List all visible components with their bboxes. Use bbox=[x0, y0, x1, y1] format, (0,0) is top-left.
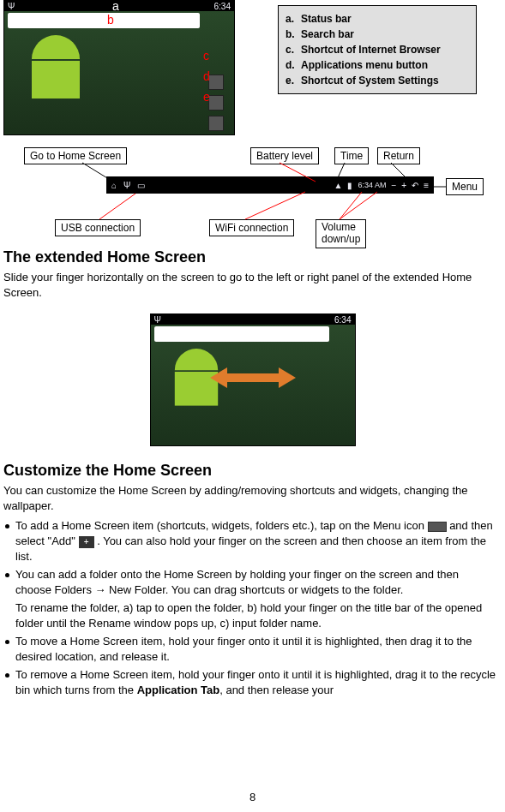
legend-text: Applications menu button bbox=[301, 59, 428, 71]
legend-key: b. bbox=[286, 27, 301, 42]
add-icon-inline: + bbox=[79, 536, 94, 548]
menu-icon-inline bbox=[428, 522, 447, 532]
legend-key: e. bbox=[286, 73, 301, 88]
sd-icon: ▭ bbox=[137, 181, 145, 190]
apps-menu-icon bbox=[208, 95, 224, 110]
legend-box: a.Status bar b.Search bar c.Shortcut of … bbox=[278, 5, 477, 94]
wifi-icon: ▲ bbox=[334, 181, 343, 190]
legend-text: Shortcut of Internet Browser bbox=[301, 44, 441, 56]
usb-icon: Ψ bbox=[154, 315, 161, 325]
legend-key: c. bbox=[286, 42, 301, 57]
homescreen-preview-area: Ψ 6:34 a b c d e bbox=[0, 0, 240, 135]
paragraph-customize: You can customize the Home Screen by add… bbox=[3, 483, 498, 513]
label-return: Return bbox=[377, 147, 420, 164]
search-bar-mini bbox=[8, 13, 200, 28]
search-bar-mini-2 bbox=[154, 326, 329, 342]
label-a: a bbox=[112, 0, 119, 13]
label-wifi: WiFi connection bbox=[209, 219, 294, 236]
heading-customize: Customize the Home Screen bbox=[3, 462, 505, 480]
label-battery: Battery level bbox=[250, 147, 319, 164]
label-e: e bbox=[203, 90, 210, 104]
browser-shortcut-icon bbox=[208, 75, 224, 90]
legend-text: Search bar bbox=[301, 28, 354, 40]
svg-line-6 bbox=[245, 192, 305, 219]
usb-icon: Ψ bbox=[8, 2, 15, 11]
customize-bullets-2: To move a Home Screen item, hold your fi… bbox=[3, 634, 496, 698]
label-volume: Volume down/up bbox=[316, 219, 366, 248]
bullet-text: , and then release your bbox=[219, 684, 334, 696]
bullet-add-folder: You can add a folder onto the Home Scree… bbox=[3, 567, 496, 598]
svg-marker-9 bbox=[210, 367, 296, 388]
status-bar-mini: Ψ 6:34 bbox=[4, 1, 234, 11]
clock-icon: 6:34 bbox=[334, 315, 351, 325]
homescreen-preview-2: Ψ 6:34 bbox=[150, 313, 356, 446]
paragraph-extended: Slide your finger horizontally on the sc… bbox=[3, 270, 498, 300]
bullet-remove-item: To remove a Home Screen item, hold your … bbox=[3, 667, 496, 698]
android-head-icon bbox=[32, 35, 80, 59]
label-time: Time bbox=[334, 147, 369, 164]
legend-area: a.Status bar b.Search bar c.Shortcut of … bbox=[240, 0, 505, 135]
legend-text: Shortcut of System Settings bbox=[301, 75, 439, 87]
vol-up-icon: + bbox=[401, 181, 406, 190]
legend-row-d: d.Applications menu button bbox=[286, 57, 469, 73]
return-icon: ↶ bbox=[412, 181, 418, 190]
legend-key: d. bbox=[286, 57, 301, 73]
page-number: 8 bbox=[249, 791, 256, 803]
swipe-arrow-icon bbox=[210, 365, 296, 391]
home-icon: ⌂ bbox=[111, 181, 117, 190]
label-b: b bbox=[107, 13, 114, 27]
label-d: d bbox=[203, 69, 210, 83]
heading-extended: The extended Home Screen bbox=[3, 248, 505, 266]
label-c: c bbox=[203, 49, 209, 63]
customize-bullets: To add a Home Screen item (shortcuts, wi… bbox=[3, 518, 496, 598]
top-row: Ψ 6:34 a b c d e a.Status bar b.Search b… bbox=[0, 0, 505, 135]
bullet-text: You can add a folder onto the Home Scree… bbox=[15, 568, 459, 596]
status-bar-mini-2: Ψ 6:34 bbox=[151, 314, 355, 325]
legend-row-c: c.Shortcut of Internet Browser bbox=[286, 42, 469, 57]
bullet-move-item: To move a Home Screen item, hold your fi… bbox=[3, 634, 496, 665]
status-bar-full: ⌂ Ψ ▭ ▲ ▮ 6:34 AM − + ↶ ≡ bbox=[106, 176, 434, 194]
statusbar-diagram: Go to Home Screen Battery level Time Ret… bbox=[0, 140, 505, 243]
menu-icon: ≡ bbox=[424, 181, 429, 190]
legend-text: Status bar bbox=[301, 13, 352, 25]
dock-column bbox=[208, 75, 225, 131]
label-go-home: Go to Home Screen bbox=[24, 147, 127, 164]
battery-icon: ▮ bbox=[347, 181, 352, 190]
clock-icon: 6:34 bbox=[214, 2, 231, 11]
svg-line-8 bbox=[340, 192, 377, 219]
legend-row-a: a.Status bar bbox=[286, 11, 469, 27]
vol-down-icon: − bbox=[391, 181, 396, 190]
bullet-add-item: To add a Home Screen item (shortcuts, wi… bbox=[3, 518, 496, 564]
label-menu: Menu bbox=[446, 178, 484, 195]
android-body-icon bbox=[32, 61, 80, 99]
bullet-text: To move a Home Screen item, hold your fi… bbox=[15, 635, 472, 663]
legend-row-e: e.Shortcut of System Settings bbox=[286, 73, 469, 88]
bullet-text: To add a Home Screen item (shortcuts, wi… bbox=[15, 519, 428, 532]
usb-icon: Ψ bbox=[123, 181, 130, 190]
settings-shortcut-icon bbox=[208, 116, 224, 131]
android-figure bbox=[26, 35, 86, 104]
label-usb: USB connection bbox=[55, 219, 141, 236]
status-bar-right: ▲ ▮ 6:34 AM − + ↶ ≡ bbox=[334, 181, 429, 190]
svg-line-7 bbox=[340, 192, 362, 219]
svg-line-5 bbox=[99, 194, 135, 219]
bullet-rename-folder: To rename the folder, a) tap to open the… bbox=[3, 600, 496, 631]
legend-key: a. bbox=[286, 11, 301, 27]
application-tab-bold: Application Tab bbox=[137, 684, 220, 696]
status-bar-left: ⌂ Ψ ▭ bbox=[111, 181, 145, 190]
homescreen-preview-1: Ψ 6:34 a b c d e bbox=[3, 0, 235, 135]
status-bar-time: 6:34 AM bbox=[358, 181, 386, 189]
legend-row-b: b.Search bar bbox=[286, 27, 469, 42]
